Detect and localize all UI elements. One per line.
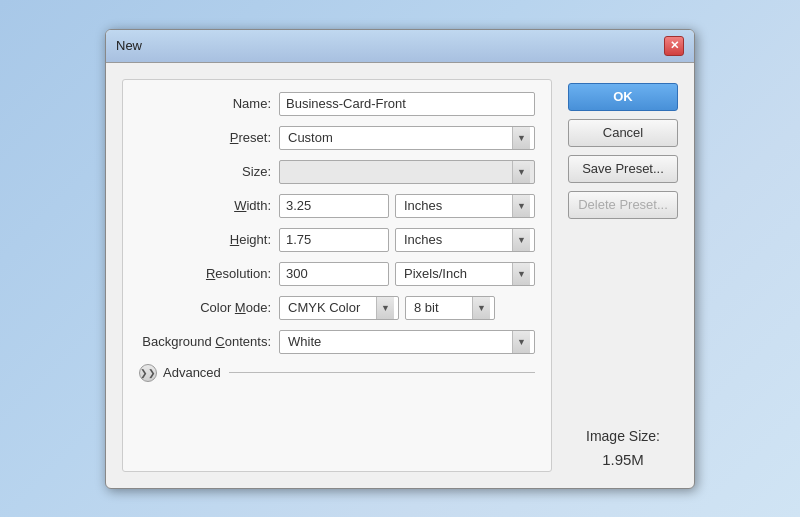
chevron-down-icon: ▼ xyxy=(517,269,526,279)
resolution-label: Resolution: xyxy=(139,266,279,281)
delete-preset-button[interactable]: Delete Preset... xyxy=(568,191,678,219)
color-mode-section: CMYK Color ▼ 8 bit ▼ xyxy=(279,296,495,320)
cancel-button[interactable]: Cancel xyxy=(568,119,678,147)
chevron-down-icon: ▼ xyxy=(517,235,526,245)
advanced-toggle-button[interactable]: ❯❯ xyxy=(139,364,157,382)
preset-dropdown[interactable]: Custom ▼ xyxy=(279,126,535,150)
image-size-value: 1.95M xyxy=(568,448,678,472)
chevron-down-icon: ▼ xyxy=(381,303,390,313)
chevron-down-icon: ▼ xyxy=(517,167,526,177)
title-bar: New ✕ xyxy=(106,30,694,63)
background-value: White xyxy=(284,334,512,349)
advanced-label: Advanced xyxy=(163,365,221,380)
height-unit-dropdown[interactable]: Inches ▼ xyxy=(395,228,535,252)
color-mode-arrow: ▼ xyxy=(376,297,394,319)
resolution-unit-value: Pixels/Inch xyxy=(400,266,512,281)
resolution-input[interactable] xyxy=(279,262,389,286)
preset-dropdown-arrow: ▼ xyxy=(512,127,530,149)
chevron-down-icon: ▼ xyxy=(517,337,526,347)
height-unit-arrow: ▼ xyxy=(512,229,530,251)
size-row: Size: ▼ xyxy=(139,160,535,184)
advanced-divider xyxy=(229,372,535,373)
color-mode-row: Color Mode: CMYK Color ▼ 8 bit ▼ xyxy=(139,296,535,320)
width-unit-dropdown[interactable]: Inches ▼ xyxy=(395,194,535,218)
width-unit-value: Inches xyxy=(400,198,512,213)
advanced-icon-symbol: ❯❯ xyxy=(140,368,156,378)
chevron-down-icon: ▼ xyxy=(517,133,526,143)
color-mode-label: Color Mode: xyxy=(139,300,279,315)
name-input[interactable] xyxy=(279,92,535,116)
background-arrow: ▼ xyxy=(512,331,530,353)
width-row: Width: Inches ▼ xyxy=(139,194,535,218)
height-input[interactable] xyxy=(279,228,389,252)
image-size-label: Image Size: xyxy=(568,425,678,447)
chevron-down-icon: ▼ xyxy=(477,303,486,313)
background-row: Background Contents: White ▼ xyxy=(139,330,535,354)
height-unit-value: Inches xyxy=(400,232,512,247)
preset-label: Preset: xyxy=(139,130,279,145)
width-unit-arrow: ▼ xyxy=(512,195,530,217)
size-dropdown[interactable]: ▼ xyxy=(279,160,535,184)
color-mode-dropdown[interactable]: CMYK Color ▼ xyxy=(279,296,399,320)
dialog-body: Name: Preset: Custom ▼ Size: xyxy=(106,63,694,488)
close-icon: ✕ xyxy=(670,39,679,52)
background-dropdown[interactable]: White ▼ xyxy=(279,330,535,354)
bit-depth-arrow: ▼ xyxy=(472,297,490,319)
advanced-row: ❯❯ Advanced xyxy=(139,364,535,382)
width-input[interactable] xyxy=(279,194,389,218)
ok-button[interactable]: OK xyxy=(568,83,678,111)
close-button[interactable]: ✕ xyxy=(664,36,684,56)
preset-row: Preset: Custom ▼ xyxy=(139,126,535,150)
resolution-unit-dropdown[interactable]: Pixels/Inch ▼ xyxy=(395,262,535,286)
size-label: Size: xyxy=(139,164,279,179)
color-mode-value: CMYK Color xyxy=(284,300,376,315)
bit-depth-dropdown[interactable]: 8 bit ▼ xyxy=(405,296,495,320)
size-dropdown-arrow: ▼ xyxy=(512,161,530,183)
save-preset-button[interactable]: Save Preset... xyxy=(568,155,678,183)
name-row: Name: xyxy=(139,92,535,116)
image-size-section: Image Size: 1.95M xyxy=(568,405,678,471)
chevron-down-icon: ▼ xyxy=(517,201,526,211)
resolution-unit-arrow: ▼ xyxy=(512,263,530,285)
background-label: Background Contents: xyxy=(139,334,279,349)
preset-value: Custom xyxy=(284,130,512,145)
height-label: Height: xyxy=(139,232,279,247)
width-label: Width: xyxy=(139,198,279,213)
resolution-row: Resolution: Pixels/Inch ▼ xyxy=(139,262,535,286)
new-dialog: New ✕ Name: Preset: Custom ▼ xyxy=(105,29,695,489)
buttons-section: OK Cancel Save Preset... Delete Preset..… xyxy=(568,79,678,472)
bit-depth-value: 8 bit xyxy=(410,300,472,315)
name-label: Name: xyxy=(139,96,279,111)
height-row: Height: Inches ▼ xyxy=(139,228,535,252)
form-section: Name: Preset: Custom ▼ Size: xyxy=(122,79,552,472)
dialog-title: New xyxy=(116,38,142,53)
